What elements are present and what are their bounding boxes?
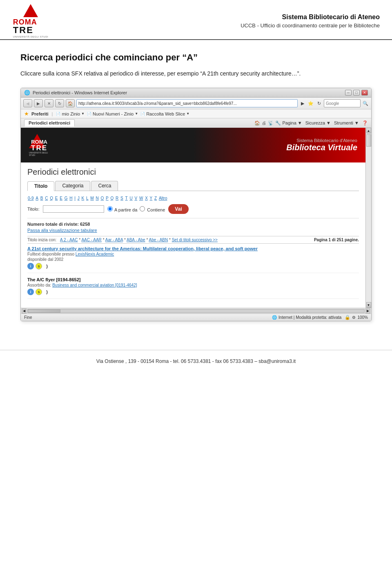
alpha-altro[interactable]: Altro bbox=[159, 196, 167, 200]
radio-contiene[interactable] bbox=[140, 206, 145, 211]
go-button[interactable]: ▶ bbox=[299, 99, 306, 107]
info-icon-2[interactable]: i bbox=[27, 289, 34, 295]
tab-titolo[interactable]: Titolo bbox=[27, 181, 54, 191]
close-button[interactable]: ✕ bbox=[361, 90, 368, 96]
alpha-J[interactable]: J bbox=[78, 196, 80, 200]
page-menu-icon[interactable]: 🏠 bbox=[254, 120, 260, 126]
fav-item-nuovi-numeri[interactable]: 📄 Nuovi Numeri - Zinio ▼ bbox=[87, 111, 138, 116]
alpha-H[interactable]: H bbox=[69, 196, 72, 200]
periodical-icons-2: i S ) bbox=[27, 289, 359, 295]
alpha-K[interactable]: K bbox=[82, 196, 85, 200]
tab-cerca[interactable]: Cerca bbox=[91, 181, 118, 191]
periodical-title-link-1[interactable]: A 21st century security architecture for… bbox=[27, 246, 258, 251]
pagina-menu[interactable]: Pagina ▼ bbox=[283, 120, 302, 125]
alpha-sub-aac-aar[interactable]: AAC - AAR bbox=[81, 238, 101, 242]
radio-a-partire-label[interactable]: A partire da bbox=[107, 206, 138, 212]
periodical-meta-1a: Fulltext disponibile presso LexisNexis A… bbox=[27, 252, 359, 256]
alpha-G[interactable]: G bbox=[65, 196, 68, 200]
alpha-S[interactable]: S bbox=[120, 196, 123, 200]
paren-icon-1: ) bbox=[44, 263, 50, 269]
alpha-A[interactable]: A bbox=[36, 196, 38, 200]
info-icon-1[interactable]: i bbox=[27, 263, 34, 269]
alpha-U[interactable]: U bbox=[129, 196, 132, 200]
page-title: Ricerca periodici che cominciano per “A” bbox=[20, 52, 372, 63]
scrollbar-thumb[interactable] bbox=[366, 134, 371, 147]
alpha-M[interactable]: M bbox=[90, 196, 94, 200]
hscroll-right-button[interactable]: ▶ bbox=[365, 309, 370, 314]
back-button[interactable]: ◀ bbox=[23, 99, 32, 107]
alpha-sub-aba-abe[interactable]: ABA - Abe bbox=[127, 238, 145, 242]
radio-contiene-label[interactable]: Contiene bbox=[140, 206, 165, 212]
scrollbar[interactable]: ▲ ▼ bbox=[365, 128, 371, 308]
alpha-09[interactable]: 0-9 bbox=[28, 196, 33, 200]
periodical-title-1: A 21st century security architecture for… bbox=[27, 246, 359, 251]
alpha-W[interactable]: W bbox=[139, 196, 143, 200]
alpha-X[interactable]: X bbox=[145, 196, 148, 200]
forward-button[interactable]: ▶ bbox=[34, 99, 43, 107]
banner-title-small: Sistema Bibliotecario d'Ateneo bbox=[286, 138, 357, 143]
fav-item-arrow3: ▼ bbox=[186, 112, 189, 116]
vai-button[interactable]: Vai bbox=[168, 204, 188, 214]
alpha-E2[interactable]: E bbox=[60, 196, 62, 200]
add-bookmark-icon[interactable]: ⭐ bbox=[307, 99, 314, 107]
horizontal-scrollbar[interactable]: ◀ ▶ bbox=[21, 308, 371, 314]
alpha-E1[interactable]: E bbox=[55, 196, 58, 200]
alpha-Z[interactable]: Z bbox=[154, 196, 157, 200]
search-input[interactable] bbox=[43, 205, 104, 213]
alpha-L[interactable]: L bbox=[86, 196, 89, 200]
alpha-T[interactable]: T bbox=[125, 196, 128, 200]
maximize-button[interactable]: □ bbox=[353, 90, 360, 96]
alpha-I[interactable]: I bbox=[74, 196, 76, 200]
alpha-V[interactable]: V bbox=[134, 196, 137, 200]
lexisnexis-link[interactable]: LexisNexis Academic bbox=[76, 252, 114, 256]
tools-icon[interactable]: 🔧 bbox=[275, 120, 281, 126]
search-bar[interactable] bbox=[324, 99, 361, 107]
sicurezza-menu[interactable]: Sicurezza ▼ bbox=[305, 120, 331, 125]
sfx-icon-2[interactable]: S bbox=[36, 289, 42, 295]
help-icon[interactable]: ❓ bbox=[362, 120, 368, 126]
browser-tab-periodici[interactable]: Periodici elettronici bbox=[24, 119, 75, 127]
alpha-sub-aar-aba[interactable]: Aar - ABA bbox=[105, 238, 123, 242]
fav-item-mio-zinio[interactable]: 📄 mio Zinio ▼ bbox=[56, 111, 85, 116]
browser-controls[interactable]: ─ □ ✕ bbox=[345, 90, 368, 96]
address-bar[interactable] bbox=[76, 99, 298, 107]
alpha-sub-abe-abn[interactable]: Abe - ABN bbox=[149, 238, 168, 242]
alpha-N[interactable]: N bbox=[96, 196, 98, 200]
home-button[interactable]: 🏠 bbox=[66, 99, 75, 107]
alphabet-navigation: 0-9 A B C Q E E G H I J K L M N bbox=[27, 195, 359, 202]
alpha-R[interactable]: R bbox=[116, 196, 118, 200]
stop-button[interactable]: ✕ bbox=[45, 99, 53, 107]
refresh-button[interactable]: ↻ bbox=[55, 99, 64, 107]
alpha-B[interactable]: B bbox=[40, 196, 43, 200]
fav-item-arrow2: ▼ bbox=[135, 112, 138, 116]
alpha-sub-a2-aac[interactable]: A 2 - AAC bbox=[60, 238, 78, 242]
alpha-Q1[interactable]: Q bbox=[50, 196, 53, 200]
scrollbar-up-button[interactable]: ▲ bbox=[366, 128, 371, 133]
search-row: Titolo: A partire da Contiene Vai bbox=[27, 204, 359, 214]
hscroll-track[interactable] bbox=[27, 309, 365, 313]
rss-icon[interactable]: 📡 bbox=[268, 120, 274, 126]
hscroll-left-button[interactable]: ◀ bbox=[22, 309, 27, 314]
hscroll-thumb[interactable] bbox=[28, 309, 60, 313]
lock-icon: 🔒 bbox=[345, 315, 350, 320]
alpha-sub-next[interactable]: Set di titoli successivo >> bbox=[172, 238, 218, 242]
alpha-C[interactable]: C bbox=[45, 196, 48, 200]
refresh-nav-icon[interactable]: ↻ bbox=[316, 99, 322, 107]
alpha-O[interactable]: O bbox=[100, 196, 104, 200]
tab-categoria[interactable]: Categoria bbox=[55, 181, 90, 191]
alpha-Y[interactable]: Y bbox=[150, 196, 153, 200]
strumenti-menu[interactable]: Strumenti ▼ bbox=[334, 120, 359, 125]
bca-link[interactable]: Business and commercial aviation [0191-4… bbox=[52, 283, 137, 287]
results-tabular-link[interactable]: Passa alla visualizzazione tabulare bbox=[27, 228, 359, 233]
search-icon[interactable]: 🔍 bbox=[362, 99, 369, 107]
print-icon[interactable]: 🖨 bbox=[262, 120, 266, 125]
scrollbar-down-button[interactable]: ▼ bbox=[366, 302, 371, 308]
radio-a-partire[interactable] bbox=[107, 206, 113, 211]
fav-item-raccolta[interactable]: 📄 Raccolta Web Slice ▼ bbox=[140, 111, 189, 116]
alpha-P[interactable]: P bbox=[106, 196, 109, 200]
search-label: Titolo: bbox=[27, 207, 40, 211]
minimize-button[interactable]: ─ bbox=[345, 90, 352, 96]
sfx-icon-1[interactable]: S bbox=[36, 263, 42, 269]
inner-content: Periodici elettronici Titolo Categoria C… bbox=[21, 162, 365, 308]
alpha-Q2[interactable]: Q bbox=[111, 196, 114, 200]
